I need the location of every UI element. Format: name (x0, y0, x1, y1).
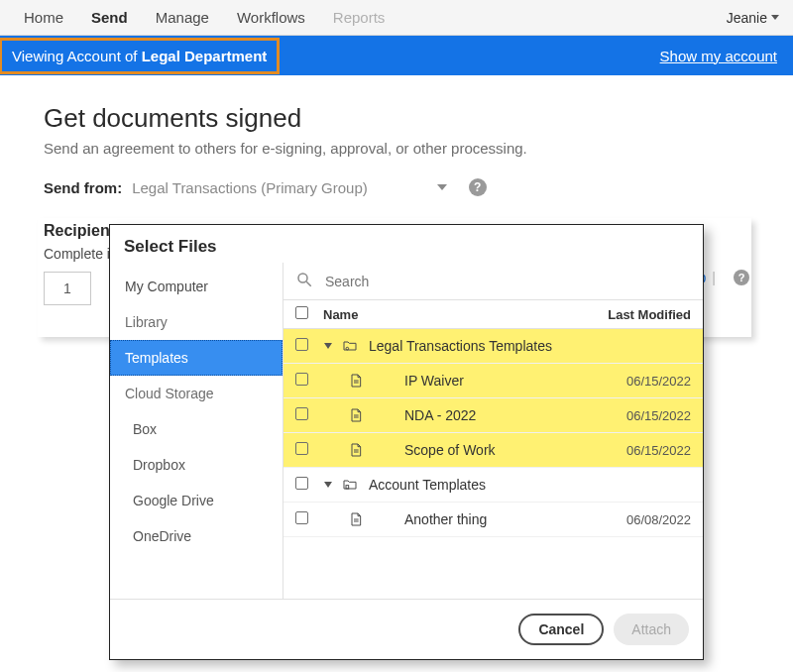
expand-toggle[interactable] (319, 482, 337, 488)
complete-label: Complete i (44, 246, 110, 262)
column-name[interactable]: Name (319, 307, 600, 322)
nav-manage[interactable]: Manage (142, 9, 223, 26)
row-checkbox[interactable] (295, 477, 308, 490)
send-from-row: Send from: Legal Transactions (Primary G… (44, 178, 749, 196)
column-last-modified[interactable]: Last Modified (600, 307, 691, 322)
svg-point-2 (346, 347, 349, 350)
nav-home[interactable]: Home (10, 9, 77, 26)
cancel-button[interactable]: Cancel (518, 614, 604, 645)
document-icon (343, 372, 369, 390)
folder-icon (337, 337, 363, 355)
svg-rect-9 (346, 486, 349, 489)
top-nav: Home Send Manage Workflows Reports Jeani… (0, 0, 793, 36)
viewing-account-badge: Viewing Account of Legal Department (0, 38, 280, 74)
document-icon (343, 406, 369, 424)
account-banner: Viewing Account of Legal Department Show… (0, 36, 793, 75)
file-row[interactable]: Another thing 06/08/2022 (283, 503, 703, 537)
chevron-down-icon (324, 343, 332, 349)
chevron-down-icon (771, 15, 779, 20)
sidebar-item-dropbox[interactable]: Dropbox (110, 447, 283, 483)
row-modified: 06/08/2022 (600, 512, 691, 527)
folder-icon (337, 476, 363, 494)
row-modified: 06/15/2022 (600, 443, 691, 458)
show-my-account-link[interactable]: Show my account (660, 48, 783, 64)
row-name: IP Waiver (369, 373, 600, 389)
help-icon[interactable]: ? (734, 270, 749, 285)
user-name: Jeanie (727, 10, 767, 26)
row-name: NDA - 2022 (369, 407, 600, 423)
search-icon (295, 271, 313, 291)
user-menu[interactable]: Jeanie (727, 10, 783, 26)
select-files-dialog: Select Files My Computer Library Templat… (109, 224, 704, 660)
document-icon (343, 510, 369, 528)
document-icon (343, 441, 369, 459)
dialog-title: Select Files (110, 225, 703, 263)
recipient-order-box[interactable]: 1 (44, 272, 91, 305)
viewing-account-prefix: Viewing Account of (12, 48, 142, 64)
nav-send[interactable]: Send (77, 9, 142, 26)
row-name: Account Templates (363, 477, 600, 493)
sidebar-group-library: Library (110, 304, 283, 340)
search-input[interactable] (323, 273, 691, 290)
row-checkbox[interactable] (295, 407, 308, 420)
row-checkbox[interactable] (295, 373, 308, 386)
dialog-footer: Cancel Attach (110, 599, 703, 659)
nav-workflows[interactable]: Workflows (223, 9, 319, 26)
page-subtitle: Send an agreement to others for e-signin… (44, 140, 749, 157)
sidebar-item-onedrive[interactable]: OneDrive (110, 518, 283, 554)
expand-toggle[interactable] (319, 343, 337, 349)
row-checkbox[interactable] (295, 338, 308, 351)
row-name: Another thing (369, 511, 600, 527)
search-row (283, 263, 703, 300)
dialog-sidebar: My Computer Library Templates Cloud Stor… (110, 263, 283, 599)
chevron-down-icon (324, 482, 332, 488)
row-name: Legal Transactions Templates (363, 338, 600, 354)
svg-point-0 (298, 274, 307, 282)
chevron-down-icon[interactable] (437, 184, 447, 190)
row-checkbox[interactable] (295, 511, 308, 524)
file-row[interactable]: IP Waiver 06/15/2022 (283, 364, 703, 398)
folder-row[interactable]: Legal Transactions Templates (283, 329, 703, 364)
table-header: Name Last Modified (283, 300, 703, 329)
help-icon[interactable]: ? (469, 178, 487, 196)
dialog-main: Name Last Modified Legal Transactions Te… (283, 263, 703, 599)
select-all-checkbox[interactable] (295, 306, 308, 319)
send-from-label: Send from: (44, 179, 122, 196)
row-checkbox[interactable] (295, 442, 308, 455)
row-name: Scope of Work (369, 442, 600, 458)
sidebar-item-google-drive[interactable]: Google Drive (110, 483, 283, 518)
folder-row[interactable]: Account Templates (283, 468, 703, 503)
sidebar-item-templates[interactable]: Templates (110, 340, 283, 376)
row-modified: 06/15/2022 (600, 408, 691, 423)
send-from-dropdown[interactable]: Legal Transactions (Primary Group) (132, 179, 368, 196)
nav-reports: Reports (319, 9, 399, 26)
file-row[interactable]: Scope of Work 06/15/2022 (283, 433, 703, 468)
sidebar-item-box[interactable]: Box (110, 411, 283, 447)
page-title: Get documents signed (44, 103, 749, 134)
attach-button: Attach (614, 614, 689, 645)
viewing-account-name: Legal Department (142, 48, 268, 64)
svg-line-1 (306, 281, 311, 286)
sidebar-group-cloud-storage: Cloud Storage (110, 376, 283, 411)
file-row[interactable]: NDA - 2022 06/15/2022 (283, 398, 703, 433)
sidebar-item-my-computer[interactable]: My Computer (110, 269, 283, 304)
file-list: Legal Transactions Templates IP Waiver 0… (283, 329, 703, 599)
row-modified: 06/15/2022 (600, 374, 691, 389)
